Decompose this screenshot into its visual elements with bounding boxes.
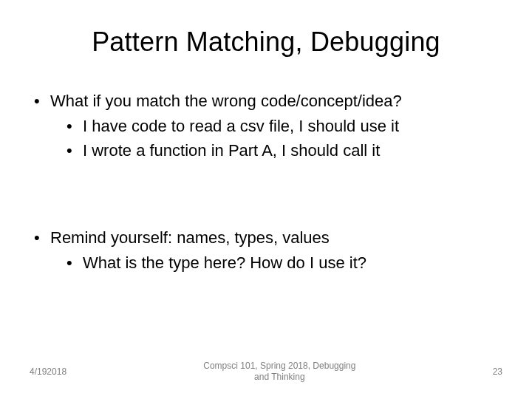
sub-bullet-item: What is the type here? How do I use it? [50, 252, 502, 274]
sub-bullet-item: I wrote a function in Part A, I should c… [50, 140, 502, 162]
sub-bullet-text: What is the type here? How do I use it? [83, 253, 366, 272]
slide-content: What if you match the wrong code/concept… [30, 90, 502, 273]
bullet-block-2: Remind yourself: names, types, values Wh… [30, 227, 502, 273]
bullet-block-1: What if you match the wrong code/concept… [30, 90, 502, 162]
slide: Pattern Matching, Debugging What if you … [0, 0, 532, 399]
slide-title: Pattern Matching, Debugging [30, 27, 502, 58]
footer-page-number: 23 [493, 366, 502, 377]
bullet-text: What if you match the wrong code/concept… [50, 92, 402, 110]
bullet-text: Remind yourself: names, types, values [50, 228, 330, 247]
sub-bullet-item: I have code to read a csv file, I should… [50, 115, 502, 137]
footer-course: Compsci 101, Spring 2018, Debugging and … [66, 361, 493, 383]
sub-bullet-text: I have code to read a csv file, I should… [83, 117, 399, 135]
footer-course-line2: and Thinking [254, 372, 305, 382]
sub-bullet-list: I have code to read a csv file, I should… [50, 115, 502, 162]
footer-date: 4/192018 [30, 366, 66, 377]
sub-bullet-text: I wrote a function in Part A, I should c… [83, 141, 380, 160]
bullet-item: Remind yourself: names, types, values Wh… [30, 227, 502, 273]
sub-bullet-list: What is the type here? How do I use it? [50, 252, 502, 274]
slide-footer: 4/192018 Compsci 101, Spring 2018, Debug… [0, 361, 532, 383]
bullet-item: What if you match the wrong code/concept… [30, 90, 502, 162]
footer-course-line1: Compsci 101, Spring 2018, Debugging [203, 361, 355, 371]
